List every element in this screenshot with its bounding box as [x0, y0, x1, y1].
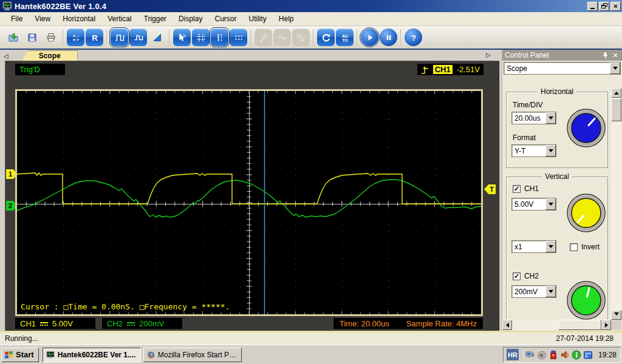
vertical-cursor-button[interactable] — [211, 29, 228, 46]
horizontal-position-knob[interactable] — [566, 108, 606, 148]
ch2-label: CH2 — [107, 319, 123, 328]
chevron-down-icon — [549, 290, 553, 295]
scroll-left-button[interactable] — [502, 320, 512, 330]
probe-dropdown-button[interactable] — [545, 241, 556, 252]
cross-cursor-button[interactable] — [192, 29, 210, 46]
loudspeaker-tray-icon[interactable] — [560, 349, 570, 360]
scope-display: Cursor : □Time = 0.00nS. □Frequency = **… — [15, 89, 483, 316]
menu-display[interactable]: Display — [173, 13, 208, 25]
horizontal-scrollbar-thumb[interactable] — [558, 320, 601, 330]
svg-text:×: × — [72, 37, 75, 42]
start-button[interactable]: Start — [1, 348, 39, 362]
toolbar-separator — [250, 29, 251, 46]
toolbar-separator — [357, 29, 358, 46]
ch2-position-knob[interactable] — [566, 280, 606, 320]
open-file-button[interactable] — [4, 29, 22, 46]
refresh-button[interactable] — [317, 29, 335, 46]
battery-tray-icon[interactable] — [549, 349, 559, 360]
format-dropdown-button[interactable] — [545, 145, 556, 157]
ch1-enable-row: ✓ CH1 — [513, 184, 539, 193]
info-balloon-tray-icon[interactable] — [572, 349, 582, 360]
network-monitor-tray-icon[interactable] — [525, 349, 536, 360]
control-panel-close-icon[interactable]: ✕ — [611, 52, 620, 59]
auto-set-icon: AUTO — [340, 33, 350, 42]
tab-scroll-left-button[interactable]: ◁ — [0, 53, 11, 61]
vertical-scrollbar[interactable] — [611, 88, 621, 320]
horizontal-scrollbar-track[interactable] — [512, 320, 601, 330]
help-button[interactable]: ? — [405, 29, 422, 46]
trigger-status-badge: Trig'D — [15, 64, 65, 75]
panel-mode-select[interactable]: Scope — [504, 62, 621, 75]
tab-scope[interactable]: Scope — [22, 50, 78, 61]
menu-horizontal[interactable]: Horizontal — [56, 13, 101, 25]
ch1-scale-dropdown-button[interactable] — [545, 198, 556, 210]
square-wave-icon — [115, 33, 125, 42]
ch2-scale-value: 200mV — [512, 286, 545, 297]
square-wave-button[interactable] — [111, 29, 128, 46]
ch2-checkbox[interactable]: ✓ — [513, 272, 521, 280]
ch1-checkbox[interactable]: ✓ — [513, 185, 521, 193]
ch1-scale-select[interactable]: 5.00V — [511, 198, 556, 211]
ch1-position-knob[interactable] — [566, 193, 606, 233]
auto-set-button[interactable]: AUTO — [336, 29, 354, 46]
toolbar-separator — [63, 29, 64, 46]
start-label: Start — [16, 350, 34, 359]
menu-file[interactable]: File — [5, 13, 29, 25]
step-wave-button[interactable] — [255, 29, 272, 46]
vertical-scrollbar-thumb[interactable] — [611, 98, 621, 121]
reference-wave-button[interactable]: R — [86, 29, 103, 46]
svg-text:÷: ÷ — [76, 37, 79, 42]
probe-attenuation-select[interactable]: x1 — [511, 240, 556, 253]
ch2-checkbox-label: CH2 — [524, 272, 539, 280]
save-button[interactable] — [23, 29, 41, 46]
trigger-level-marker[interactable]: T — [484, 184, 496, 194]
menu-view[interactable]: View — [29, 13, 56, 25]
pause-acquisition-button[interactable] — [380, 29, 397, 46]
menu-trigger[interactable]: Trigger — [138, 13, 173, 25]
menu-vertical[interactable]: Vertical — [101, 13, 137, 25]
language-indicator[interactable]: HR — [507, 349, 519, 360]
pulse-wave-icon — [134, 33, 143, 42]
svg-text:AU: AU — [341, 33, 347, 38]
scroll-right-button[interactable] — [601, 320, 611, 330]
ramp-wave-icon — [152, 33, 162, 42]
scroll-down-button[interactable] — [611, 310, 621, 320]
pulse-wave-button[interactable] — [129, 29, 147, 46]
panel-mode-dropdown-button[interactable] — [610, 62, 620, 74]
time-div-dropdown-button[interactable] — [545, 112, 556, 124]
scroll-up-button[interactable] — [611, 88, 621, 98]
volume-muted-tray-icon[interactable] — [537, 349, 547, 360]
close-button[interactable]: × — [610, 2, 621, 11]
menu-help[interactable]: Help — [273, 13, 300, 25]
toolbar-separator — [106, 29, 108, 46]
taskbar-task-hantek-app[interactable]: Hantek6022BE Ver 1.... — [43, 348, 141, 362]
smooth-wave-button[interactable] — [273, 29, 291, 46]
toolbar: +-×÷RAUTO? — [0, 26, 622, 50]
start-acquisition-button[interactable] — [361, 29, 378, 46]
ch1-scale-value: 5.00V — [52, 319, 73, 328]
sine-wave-button[interactable] — [292, 29, 310, 46]
horizontal-cursor-icon — [234, 33, 244, 42]
restore-button[interactable] — [599, 2, 609, 11]
probe-attenuation-value: x1 — [512, 241, 545, 252]
tab-scroll-right-button[interactable]: ▷ — [482, 52, 493, 59]
scheduler-tray-icon[interactable] — [583, 349, 593, 360]
save-icon — [27, 33, 37, 42]
horizontal-scrollbar[interactable] — [502, 320, 611, 330]
horizontal-cursor-button[interactable] — [230, 29, 247, 46]
menu-utility[interactable]: Utility — [242, 13, 272, 25]
ch2-scale-select[interactable]: 200mV — [511, 285, 556, 298]
taskbar-task-firefox[interactable]: Mozilla Firefox Start Pag... — [143, 348, 242, 362]
ramp-wave-button[interactable] — [148, 29, 166, 46]
math-function-button[interactable]: +-×÷ — [67, 29, 84, 46]
pin-icon[interactable] — [601, 52, 609, 59]
cursor-arrow-button[interactable] — [173, 29, 191, 46]
invert-checkbox[interactable] — [570, 243, 578, 251]
math-function-icon: +-×÷ — [71, 33, 81, 42]
print-button[interactable] — [42, 29, 60, 46]
minimize-button[interactable] — [587, 2, 598, 11]
time-div-select[interactable]: 20.00us — [511, 112, 556, 124]
ch2-scale-dropdown-button[interactable] — [545, 286, 556, 297]
format-select[interactable]: Y-T — [511, 144, 556, 157]
menu-cursor[interactable]: Cursor — [208, 13, 242, 25]
